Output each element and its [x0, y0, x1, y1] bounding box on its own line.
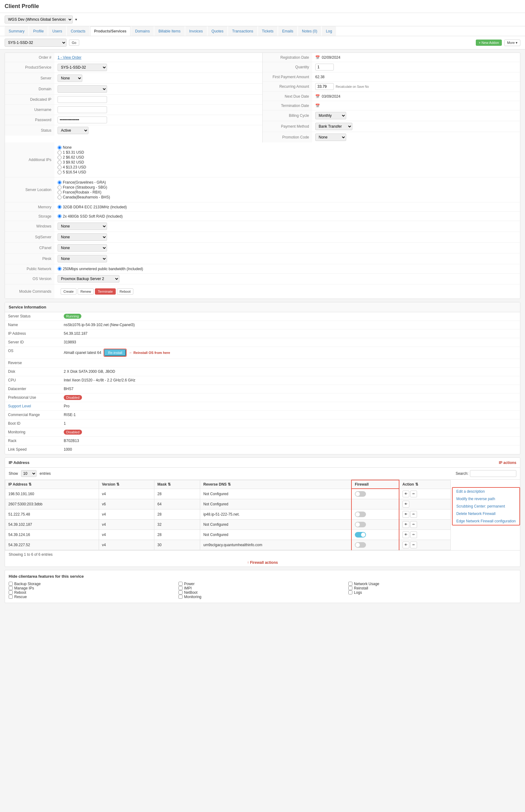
feature-impi[interactable] [179, 586, 182, 590]
feature-network-usage[interactable] [348, 582, 352, 586]
feature-manage-ips[interactable] [9, 586, 13, 590]
addip-2-radio[interactable] [58, 155, 62, 159]
tab-contacts[interactable]: Contacts [67, 26, 89, 36]
edit-icon[interactable]: ✏ [410, 542, 417, 548]
loc-bhs-radio[interactable] [58, 196, 62, 199]
action-edge-firewall[interactable]: Edge Network Firewall configuration [453, 517, 520, 525]
ip-cell: 54.39.124.16 [5, 530, 99, 540]
username-input[interactable] [58, 106, 107, 113]
view-icon[interactable]: 👁 [403, 501, 409, 507]
tab-summary[interactable]: Summary [5, 26, 28, 36]
addip-1-radio[interactable] [58, 151, 62, 155]
go-button[interactable]: Go [69, 40, 79, 46]
loc-sbg-radio[interactable] [58, 185, 62, 189]
promo-code-label: Promotion Code [262, 132, 312, 142]
col-version: Version ⇅ [99, 480, 154, 489]
dedicated-ip-input[interactable] [58, 96, 107, 103]
new-addon-button[interactable]: + New Addon [476, 40, 502, 46]
client-selector[interactable]: WGS Dev (Whmcs Global Services) - #1 [5, 15, 73, 24]
order-value[interactable]: 1 - View Order [58, 55, 81, 60]
promo-code-select[interactable]: None [315, 134, 346, 141]
feature-monitoring[interactable] [179, 595, 182, 599]
public-network-radio[interactable] [58, 267, 62, 271]
recurring-input[interactable] [315, 83, 334, 90]
loc-gra-radio[interactable] [58, 181, 62, 185]
rdns-cell: Not Configured [200, 499, 351, 509]
view-icon[interactable]: 👁 [403, 531, 409, 538]
storage-value: 2x 480Gb SSD Soft RAID (Included) [63, 214, 122, 219]
edit-icon[interactable]: ✏ [410, 521, 417, 528]
edit-icon[interactable]: ✏ [410, 511, 417, 518]
feature-logs[interactable] [348, 590, 352, 594]
action-edit-description[interactable]: Edit a description [453, 488, 520, 495]
tab-profile[interactable]: Profile [29, 26, 48, 36]
first-payment-value: 62.38 [315, 75, 325, 79]
tab-domains[interactable]: Domains [131, 26, 154, 36]
cpanel-select[interactable]: None [58, 244, 107, 252]
terminate-button[interactable]: Terminate [95, 288, 115, 295]
view-icon[interactable]: 👁 [403, 521, 409, 528]
nav-tabs: Summary Profile Users Contacts Products/… [0, 26, 525, 36]
action-delete-firewall[interactable]: Delete Network Firewall [453, 510, 520, 517]
srv-reverse-label: Reverse [5, 359, 61, 367]
tab-products[interactable]: Products/Services [90, 26, 131, 36]
view-icon[interactable]: 👁 [403, 542, 409, 548]
rdns-cell: Not Configured [200, 530, 351, 540]
feature-netboot[interactable] [179, 590, 182, 594]
ip-search-input[interactable] [470, 470, 516, 477]
create-button[interactable]: Create [61, 288, 76, 295]
os-version-select[interactable]: Proxmox Backup Server 2 [58, 275, 119, 282]
feature-power[interactable] [179, 582, 182, 586]
view-icon[interactable]: 👁 [403, 490, 409, 497]
tab-users[interactable]: Users [48, 26, 66, 36]
reboot-button[interactable]: Reboot [117, 288, 133, 295]
tab-transactions[interactable]: Transactions [228, 26, 257, 36]
password-input[interactable] [58, 116, 107, 123]
edit-icon[interactable]: ✏ [410, 531, 417, 538]
feature-reboot[interactable] [9, 590, 13, 594]
addip-5-radio[interactable] [58, 170, 62, 174]
rdns-cell: Not Configured [200, 519, 351, 530]
addip-none-radio[interactable] [58, 145, 62, 150]
version-cell: v4 [99, 540, 154, 550]
addip-4-radio[interactable] [58, 166, 62, 169]
renew-button[interactable]: Renew [78, 288, 94, 295]
payment-method-select[interactable]: Bank Transfer [315, 123, 352, 130]
tab-quotes[interactable]: Quotes [208, 26, 228, 36]
product-select[interactable]: SYS-1-SSD-32 [58, 64, 107, 71]
reinstall-button[interactable]: Re-install [104, 349, 126, 356]
memory-radio[interactable] [58, 205, 62, 209]
tab-tickets[interactable]: Tickets [258, 26, 278, 36]
srv-name-value: nsSb1076.ip-54-39-102.net (New-Cpanel3) [61, 321, 520, 329]
windows-select[interactable]: None [58, 222, 107, 230]
sqlserver-select[interactable]: None [58, 233, 107, 241]
domain-select[interactable] [58, 85, 107, 93]
feature-backup-storage[interactable] [9, 582, 13, 586]
server-select[interactable]: None [58, 75, 82, 82]
service-selector[interactable]: SYS-1-SSD-32 [5, 38, 66, 47]
srv-monitoring-label: Monitoring [5, 428, 61, 436]
storage-radio[interactable] [58, 214, 62, 218]
tab-log[interactable]: Log [322, 26, 336, 36]
billing-cycle-select[interactable]: Monthly [315, 112, 346, 119]
srv-monitoring-badge: Disabled [64, 430, 82, 435]
show-entries-select[interactable]: 10 [21, 470, 36, 477]
status-select[interactable]: Active [58, 127, 89, 134]
view-icon[interactable]: 👁 [403, 511, 409, 518]
col-firewall: Firewall [351, 480, 399, 489]
action-scrubbing[interactable]: Scrubbing Center: permanent [453, 503, 520, 510]
edit-icon[interactable]: ✏ [410, 490, 417, 497]
addip-3-radio[interactable] [58, 160, 62, 165]
plesk-select[interactable]: None [58, 255, 107, 262]
tab-billable[interactable]: Billable Items [154, 26, 184, 36]
quantity-input[interactable] [315, 64, 334, 71]
loc-rbx-radio[interactable] [58, 190, 62, 194]
more-button[interactable]: More ▾ [504, 40, 520, 46]
action-modify-reverse[interactable]: Modify the reverse path [453, 495, 520, 503]
server-location-label: Server Location [5, 177, 55, 202]
tab-emails[interactable]: Emails [278, 26, 297, 36]
feature-reinstall[interactable] [348, 586, 352, 590]
tab-notes[interactable]: Notes (0) [298, 26, 321, 36]
tab-invoices[interactable]: Invoices [185, 26, 207, 36]
feature-rescue[interactable] [9, 595, 13, 599]
